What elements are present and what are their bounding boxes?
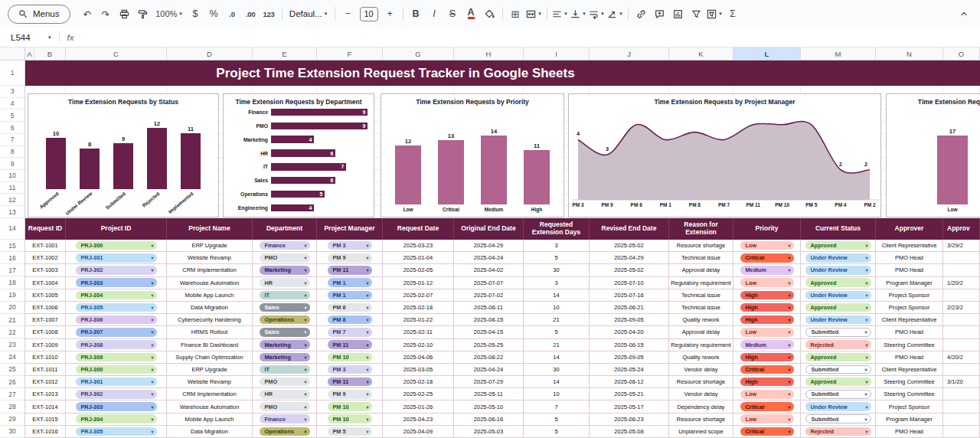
chip-project-id[interactable]: PRJ-303▾ — [76, 402, 157, 411]
chip-priority[interactable]: Low▾ — [740, 390, 794, 399]
row-header-6[interactable]: 6 — [0, 122, 24, 134]
cell-revised-end-date[interactable]: 2025-05-21 — [590, 388, 669, 400]
chip-project-manager[interactable]: PM 3▾ — [328, 241, 372, 250]
cell-department[interactable]: Operations▾ — [253, 314, 317, 326]
cell-priority[interactable]: Low▾ — [733, 277, 801, 289]
chart-department[interactable]: Time Extension Requests by DepartmentFin… — [223, 93, 374, 217]
cell-priority[interactable]: Low▾ — [733, 326, 801, 338]
cell-project-name[interactable]: Website Revamp — [167, 252, 253, 264]
cell-current-status[interactable]: Rejected▾ — [801, 426, 876, 438]
cell-original-end-date[interactable]: 2025-05-25 — [454, 339, 524, 351]
cell-project-name[interactable]: Warehouse Automation — [167, 400, 253, 413]
row-header-8[interactable]: 8 — [0, 146, 24, 159]
row-header-17[interactable]: 17 — [0, 264, 24, 276]
cell-original-end-date[interactable]: 2025-07-07 — [454, 277, 524, 289]
cell-department[interactable]: Sales▾ — [253, 302, 317, 314]
cell-reason-for-extension[interactable]: Technical issue — [669, 252, 733, 264]
cell-project-id[interactable]: PRJ-307▾ — [66, 326, 167, 338]
chip-project-manager[interactable]: PM 5▾ — [328, 427, 372, 436]
column-header-O[interactable]: O — [943, 47, 980, 60]
cell-project-id[interactable]: PRJ-305▾ — [66, 426, 167, 438]
chip-project-id[interactable]: PRJ-304▾ — [76, 414, 157, 423]
table-header-project-manager[interactable]: Project Manager — [317, 218, 383, 240]
cell-revised-end-date[interactable]: 2025-09-05 — [590, 314, 669, 326]
cell-request-date[interactable]: 2025-02-18 — [383, 302, 454, 314]
chip-current-status[interactable]: Submitted▾ — [805, 390, 871, 399]
paint-format-button[interactable] — [134, 5, 152, 23]
cell-department[interactable]: HR▾ — [253, 388, 317, 400]
text-wrap-button[interactable]: ▾ — [588, 5, 606, 23]
cell-requested-extension-days[interactable]: 5 — [524, 252, 590, 264]
chip-department[interactable]: Finance▾ — [260, 414, 310, 423]
cell-approval-date[interactable] — [943, 426, 980, 438]
cell-project-name[interactable]: ERP Upgrade — [167, 364, 253, 376]
chip-current-status[interactable]: Approved▾ — [805, 303, 871, 312]
cell-priority[interactable]: Low▾ — [733, 413, 801, 426]
cell-request-id[interactable]: EXT-1008 — [25, 326, 66, 338]
cell-current-status[interactable]: Submitted▾ — [801, 364, 876, 376]
cell-original-end-date[interactable]: 2025-04-29 — [454, 240, 524, 252]
row-header-22[interactable]: 22 — [0, 326, 24, 338]
cell-department[interactable]: PMO▾ — [253, 400, 317, 413]
chip-project-id[interactable]: PRJ-309▾ — [76, 353, 157, 362]
chip-priority[interactable]: Low▾ — [740, 328, 794, 337]
chip-department[interactable]: Marketing▾ — [260, 353, 310, 362]
cell-revised-end-date[interactable]: 2025-09-05 — [590, 351, 669, 364]
cell-revised-end-date[interactable]: 2025-05-24 — [590, 364, 669, 376]
cell-priority[interactable]: High▾ — [733, 351, 801, 364]
table-header-original-end-date[interactable]: Original End Date — [454, 218, 524, 240]
column-header-K[interactable]: K — [669, 47, 733, 60]
cell-reason-for-extension[interactable]: Quality rework — [669, 314, 733, 326]
chip-current-status[interactable]: Approved▾ — [805, 241, 871, 250]
chip-priority[interactable]: Medium▾ — [740, 266, 794, 275]
cell-requested-extension-days[interactable]: 3 — [524, 240, 590, 252]
cell-project-id[interactable]: PRJ-300▾ — [66, 364, 167, 376]
cell-priority[interactable]: Critical▾ — [733, 426, 801, 438]
chart-status[interactable]: Time Extension Requests by Status10Appro… — [28, 93, 219, 217]
table-header-current-status[interactable]: Current Status — [801, 218, 876, 240]
merge-cells-button[interactable]: ▾ — [525, 5, 543, 23]
cell-current-status[interactable]: Under Review▾ — [801, 252, 876, 264]
cell-revised-end-date[interactable]: 2025-05-02 — [590, 264, 669, 276]
cell-project-manager[interactable]: PM 8▾ — [317, 314, 383, 326]
row-header-19[interactable]: 19 — [0, 289, 24, 302]
cell-current-status[interactable]: Submitted▾ — [801, 413, 876, 426]
cell-request-id[interactable]: EXT-1007 — [25, 314, 66, 326]
name-box[interactable]: L544 — [11, 33, 47, 42]
chip-department[interactable]: IT▾ — [260, 365, 310, 374]
cell-approval-date[interactable]: 2/23/2 — [943, 302, 980, 314]
cell-approval-date[interactable] — [943, 400, 980, 413]
cell-project-id[interactable]: PRJ-306▾ — [66, 314, 167, 326]
cell-approval-date[interactable]: 1/20/2 — [943, 277, 980, 289]
cell-request-id[interactable]: EXT-1005 — [25, 289, 66, 302]
chip-current-status[interactable]: Approved▾ — [805, 353, 871, 362]
cell-priority[interactable]: Critical▾ — [733, 400, 801, 413]
decrease-decimal-button[interactable]: .0 — [224, 5, 241, 23]
cell-approver[interactable]: Steering Committee — [876, 388, 943, 400]
cell-current-status[interactable]: Submitted▾ — [801, 388, 876, 400]
cell-requested-extension-days[interactable]: 10 — [524, 388, 590, 400]
cell-revised-end-date[interactable]: 2025-04-20 — [590, 326, 669, 338]
cell-request-date[interactable]: 2025-02-25 — [383, 388, 454, 400]
chip-department[interactable]: Marketing▾ — [260, 266, 310, 275]
table-header-department[interactable]: Department — [253, 218, 317, 240]
menus-button[interactable]: Menus — [8, 5, 70, 24]
font-select[interactable]: Defaul... ▾ — [286, 5, 331, 23]
cell-requested-extension-days[interactable]: 21 — [524, 314, 590, 326]
chip-priority[interactable]: Critical▾ — [740, 253, 794, 263]
chip-project-id[interactable]: PRJ-307▾ — [76, 328, 157, 337]
column-header-C[interactable]: C — [66, 47, 167, 60]
cell-requested-extension-days[interactable]: 3 — [524, 277, 590, 289]
cell-reason-for-extension[interactable]: Vendor delay — [669, 364, 733, 376]
cell-request-date[interactable]: 2025-02-18 — [383, 376, 454, 388]
chart-partial[interactable]: Time Extension Requ17Low — [886, 93, 980, 217]
chip-project-manager[interactable]: PM 10▾ — [328, 402, 372, 411]
cell-request-date[interactable]: 2025-02-05 — [383, 264, 454, 276]
cell-current-status[interactable]: Under Review▾ — [801, 400, 876, 413]
cell-current-status[interactable]: Approved▾ — [801, 240, 876, 252]
table-header-revised-end-date[interactable]: Revised End Date — [590, 218, 669, 240]
chip-project-id[interactable]: PRJ-302▾ — [76, 390, 157, 399]
cell-reason-for-extension[interactable]: Quality rework — [669, 351, 733, 364]
cell-project-manager[interactable]: PM 3▾ — [317, 364, 383, 376]
cell-project-manager[interactable]: PM 5▾ — [317, 426, 383, 438]
